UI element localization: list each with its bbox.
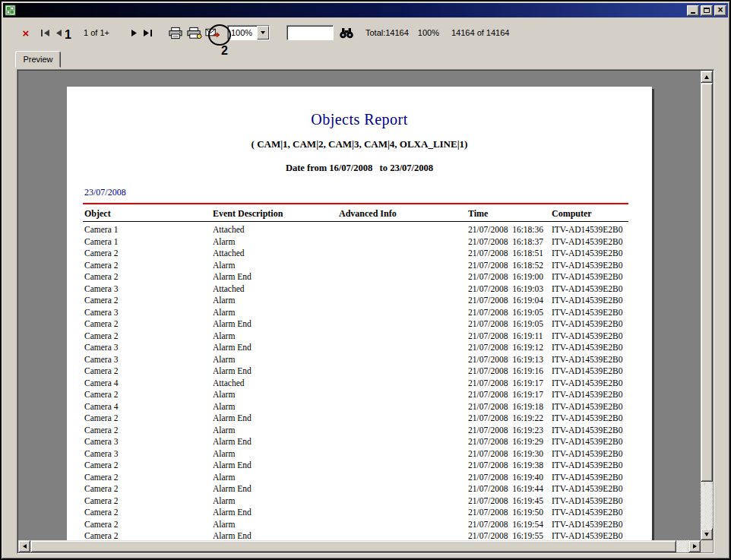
cell-time: 21/07/2008 16:19:05 [468, 307, 552, 319]
cell-object: Camera 2 [84, 495, 213, 508]
cell-advanced-info [339, 271, 468, 283]
report-title: Objects Report [67, 111, 652, 128]
first-page-button[interactable] [38, 24, 52, 42]
cell-computer: ITV-AD14539E2B0 [552, 413, 628, 425]
cell-time: 21/07/2008 16:19:13 [468, 354, 552, 366]
cell-time: 21/07/2008 16:18:37 [468, 236, 552, 248]
next-page-button[interactable] [128, 24, 141, 42]
cell-time: 21/07/2008 16:19:04 [468, 295, 552, 307]
cell-object: Camera 2 [84, 413, 213, 425]
scroll-right-button[interactable] [688, 540, 701, 552]
cell-advanced-info [339, 378, 468, 390]
cell-object: Camera 2 [84, 425, 213, 437]
cell-time: 21/07/2008 16:19:12 [468, 342, 552, 354]
previous-page-button[interactable] [52, 24, 65, 42]
cell-object: Camera 1 [84, 224, 213, 236]
cell-object: Camera 4 [84, 401, 213, 413]
cell-time: 21/07/2008 16:19:55 [468, 530, 552, 540]
find-button[interactable] [338, 24, 355, 42]
table-row: Camera 3 Alarm 21/07/2008 16:19:30 ITV-A… [83, 448, 628, 460]
table-row: Camera 4 Attached 21/07/2008 16:19:17 IT… [83, 378, 628, 390]
scroll-up-button[interactable] [701, 71, 713, 83]
minimize-button[interactable] [687, 5, 699, 16]
cell-object: Camera 3 [84, 436, 213, 448]
cell-computer: ITV-AD14539E2B0 [552, 436, 628, 448]
cell-computer: ITV-AD14539E2B0 [552, 271, 628, 283]
table-row: Camera 1 Attached 21/07/2008 16:18:36 IT… [83, 224, 628, 236]
cell-advanced-info [339, 495, 468, 508]
table-row: Camera 3 Alarm 21/07/2008 16:19:05 ITV-A… [83, 307, 628, 319]
cell-event-description: Alarm [213, 389, 339, 401]
cell-event-description: Alarm End [213, 342, 339, 354]
table-row: Camera 2 Alarm 21/07/2008 16:19:45 ITV-A… [83, 495, 628, 508]
total-records-label: Total:14164 [366, 28, 409, 37]
preview-area: Objects Report ( CAM|1, CAM|2, CAM|3, CA… [17, 69, 714, 554]
cell-object: Camera 2 [84, 460, 213, 472]
cell-computer: ITV-AD14539E2B0 [552, 236, 628, 248]
scroll-down-button[interactable] [701, 528, 713, 540]
cell-time: 21/07/2008 16:19:50 [468, 507, 552, 519]
cell-object: Camera 2 [84, 530, 213, 540]
cell-time: 21/07/2008 16:19:17 [468, 378, 552, 390]
vertical-scrollbar[interactable] [701, 71, 713, 540]
table-row: Camera 2 Alarm 21/07/2008 16:19:54 ITV-A… [83, 519, 628, 531]
cell-advanced-info [339, 354, 468, 366]
column-header-time: Time [468, 208, 552, 221]
horizontal-scroll-thumb[interactable] [30, 540, 676, 552]
annotation-step-1: 1 [65, 28, 71, 42]
cell-object: Camera 2 [84, 248, 213, 260]
horizontal-scrollbar[interactable] [18, 540, 701, 552]
cell-computer: ITV-AD14539E2B0 [552, 260, 628, 272]
print-setup-button[interactable] [186, 24, 203, 42]
cell-object: Camera 4 [84, 378, 213, 390]
vertical-scroll-thumb[interactable] [701, 83, 713, 482]
close-button[interactable]: × [714, 5, 726, 16]
cell-computer: ITV-AD14539E2B0 [552, 519, 628, 531]
cell-event-description: Alarm End [213, 318, 339, 331]
next-page-icon [131, 30, 138, 36]
scrollbar-corner [701, 540, 713, 552]
cell-time: 21/07/2008 16:19:11 [468, 331, 552, 343]
cell-advanced-info [339, 307, 468, 319]
titlebar[interactable]: × [3, 3, 728, 17]
cell-event-description: Alarm [213, 236, 339, 248]
cell-computer: ITV-AD14539E2B0 [552, 365, 628, 378]
maximize-button[interactable] [701, 5, 713, 16]
cell-computer: ITV-AD14539E2B0 [552, 495, 628, 508]
scroll-left-button[interactable] [18, 540, 30, 552]
cell-computer: ITV-AD14539E2B0 [552, 318, 628, 331]
cell-time: 21/07/2008 16:19:22 [468, 413, 552, 425]
cell-event-description: Alarm [213, 495, 339, 508]
last-page-button[interactable] [141, 24, 155, 42]
cell-event-description: Attached [213, 248, 339, 260]
cell-object: Camera 2 [84, 507, 213, 519]
cell-event-description: Attached [213, 224, 339, 236]
cell-object: Camera 3 [84, 354, 213, 366]
zoom-combobox[interactable]: 100% [227, 25, 270, 40]
cell-advanced-info [339, 530, 468, 540]
search-input[interactable] [286, 25, 334, 40]
print-button[interactable] [167, 24, 184, 42]
printer-setup-icon [187, 27, 202, 40]
tab-preview-label: Preview [23, 55, 52, 64]
table-row: Camera 2 Alarm 21/07/2008 16:19:40 ITV-A… [83, 472, 628, 484]
table-row: Camera 3 Alarm 21/07/2008 16:19:13 ITV-A… [83, 354, 628, 366]
cell-event-description: Alarm [213, 519, 339, 531]
maximize-icon [704, 8, 710, 13]
column-header-computer: Computer [552, 208, 628, 221]
annotation-step-2: 2 [221, 44, 228, 58]
close-report-button[interactable]: × [18, 24, 33, 42]
last-page-icon [143, 30, 153, 36]
cell-event-description: Alarm End [213, 530, 339, 540]
tab-preview[interactable]: Preview [15, 51, 61, 68]
arrow-up-icon [704, 75, 709, 79]
cell-object: Camera 1 [84, 236, 213, 248]
cell-computer: ITV-AD14539E2B0 [552, 331, 628, 343]
zoom-dropdown-button[interactable] [257, 26, 269, 40]
cell-time: 21/07/2008 16:19:23 [468, 425, 552, 437]
cell-object: Camera 3 [84, 342, 213, 354]
table-row: Camera 2 Alarm 21/07/2008 16:19:04 ITV-A… [83, 295, 628, 307]
table-row: Camera 2 Alarm End 21/07/2008 16:19:16 I… [83, 365, 628, 378]
cell-computer: ITV-AD14539E2B0 [552, 295, 628, 307]
table-row: Camera 2 Alarm End 21/07/2008 16:19:22 I… [83, 413, 628, 425]
